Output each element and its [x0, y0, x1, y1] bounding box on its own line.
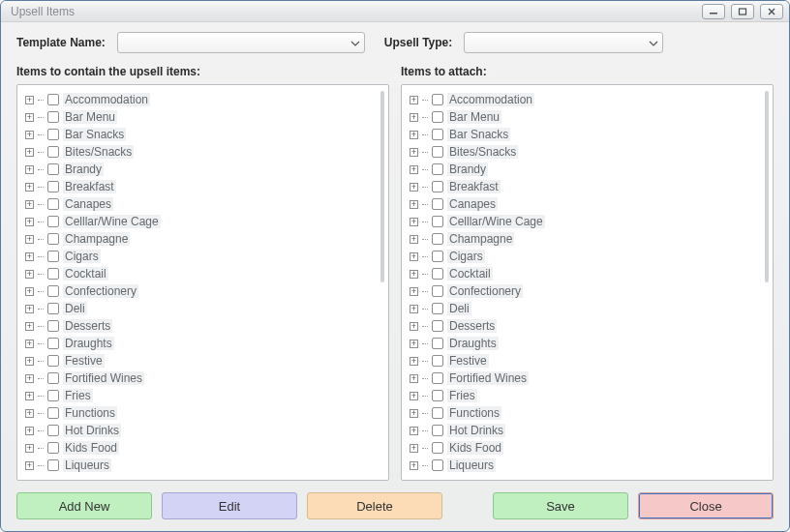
checkbox[interactable] [432, 216, 443, 227]
checkbox[interactable] [47, 320, 59, 332]
checkbox[interactable] [47, 233, 59, 245]
checkbox[interactable] [432, 233, 443, 245]
tree-node[interactable]: +Kids Food [23, 439, 384, 457]
expand-icon[interactable]: + [25, 374, 34, 383]
expand-icon[interactable]: + [25, 392, 34, 400]
tree-node[interactable]: +Bar Menu [23, 108, 384, 126]
checkbox[interactable] [47, 459, 59, 471]
expand-icon[interactable]: + [410, 165, 418, 174]
checkbox[interactable] [47, 163, 59, 175]
tree-node[interactable]: +Desserts [408, 317, 769, 335]
expand-icon[interactable]: + [410, 252, 418, 261]
tree-node[interactable]: +Liqueurs [23, 457, 384, 474]
checkbox[interactable] [432, 372, 443, 384]
expand-icon[interactable]: + [25, 131, 34, 139]
expand-icon[interactable]: + [25, 113, 34, 122]
checkbox[interactable] [432, 338, 443, 349]
expand-icon[interactable]: + [25, 322, 34, 331]
add-new-button[interactable]: Add New [16, 492, 152, 519]
checkbox[interactable] [432, 129, 443, 140]
expand-icon[interactable]: + [410, 148, 418, 157]
checkbox[interactable] [47, 355, 59, 367]
tree-node[interactable]: +Fortified Wines [408, 369, 769, 387]
expand-icon[interactable]: + [25, 461, 34, 470]
tree-node[interactable]: +Brandy [408, 161, 769, 178]
checkbox[interactable] [47, 111, 59, 123]
tree-node[interactable]: +Functions [408, 404, 769, 422]
tree-node[interactable]: +Deli [23, 300, 384, 317]
tree-node[interactable]: +Liqueurs [408, 457, 769, 474]
tree-node[interactable]: +Bar Snacks [23, 126, 384, 143]
checkbox[interactable] [47, 94, 59, 105]
checkbox[interactable] [47, 407, 59, 419]
tree-node[interactable]: +Celllar/Wine Cage [408, 213, 769, 230]
checkbox[interactable] [432, 407, 443, 419]
tree-node[interactable]: +Fries [408, 387, 769, 404]
checkbox[interactable] [47, 372, 59, 384]
checkbox[interactable] [432, 146, 443, 158]
checkbox[interactable] [432, 390, 443, 401]
expand-icon[interactable]: + [410, 200, 418, 209]
tree-node[interactable]: +Canapes [23, 195, 384, 213]
template-name-combo[interactable] [117, 32, 365, 53]
right-tree[interactable]: +Accommodation+Bar Menu+Bar Snacks+Bites… [401, 84, 774, 481]
tree-node[interactable]: +Deli [408, 300, 769, 317]
left-tree[interactable]: +Accommodation+Bar Menu+Bar Snacks+Bites… [16, 84, 389, 481]
checkbox[interactable] [47, 181, 59, 192]
expand-icon[interactable]: + [410, 357, 418, 366]
tree-node[interactable]: +Bar Snacks [408, 126, 769, 143]
expand-icon[interactable]: + [410, 322, 418, 331]
expand-icon[interactable]: + [410, 218, 418, 226]
expand-icon[interactable]: + [25, 148, 34, 157]
checkbox[interactable] [432, 442, 443, 454]
scrollbar[interactable] [765, 91, 769, 282]
expand-icon[interactable]: + [410, 287, 418, 296]
expand-icon[interactable]: + [25, 165, 34, 174]
tree-node[interactable]: +Bar Menu [408, 108, 769, 126]
checkbox[interactable] [47, 129, 59, 140]
checkbox[interactable] [432, 285, 443, 297]
checkbox[interactable] [47, 338, 59, 349]
tree-node[interactable]: +Accommodation [23, 91, 384, 108]
tree-node[interactable]: +Champagne [408, 230, 769, 248]
edit-button[interactable]: Edit [162, 492, 297, 519]
expand-icon[interactable]: + [25, 252, 34, 261]
expand-icon[interactable]: + [25, 96, 34, 104]
save-button[interactable]: Save [493, 492, 628, 519]
expand-icon[interactable]: + [410, 270, 418, 279]
expand-icon[interactable]: + [25, 427, 34, 435]
expand-icon[interactable]: + [410, 183, 418, 192]
minimize-button[interactable] [702, 4, 725, 19]
expand-icon[interactable]: + [410, 392, 418, 400]
expand-icon[interactable]: + [25, 200, 34, 209]
expand-icon[interactable]: + [25, 444, 34, 453]
checkbox[interactable] [432, 320, 443, 332]
tree-node[interactable]: +Festive [408, 352, 769, 369]
expand-icon[interactable]: + [25, 287, 34, 296]
checkbox[interactable] [432, 198, 443, 210]
checkbox[interactable] [47, 425, 59, 436]
checkbox[interactable] [432, 163, 443, 175]
checkbox[interactable] [47, 390, 59, 401]
expand-icon[interactable]: + [410, 96, 418, 104]
tree-node[interactable]: +Fortified Wines [23, 369, 384, 387]
tree-node[interactable]: +Functions [23, 404, 384, 422]
tree-node[interactable]: +Bites/Snacks [408, 143, 769, 161]
tree-node[interactable]: +Cocktail [408, 265, 769, 282]
tree-node[interactable]: +Confectionery [408, 282, 769, 300]
expand-icon[interactable]: + [410, 305, 418, 313]
close-window-button[interactable] [760, 4, 783, 19]
tree-node[interactable]: +Desserts [23, 317, 384, 335]
checkbox[interactable] [432, 94, 443, 105]
checkbox[interactable] [47, 251, 59, 262]
expand-icon[interactable]: + [410, 340, 418, 348]
maximize-button[interactable] [731, 4, 754, 19]
tree-node[interactable]: +Hot Drinks [23, 422, 384, 439]
tree-node[interactable]: +Cigars [408, 248, 769, 265]
expand-icon[interactable]: + [410, 409, 418, 418]
tree-node[interactable]: +Cigars [23, 248, 384, 265]
tree-node[interactable]: +Cocktail [23, 265, 384, 282]
expand-icon[interactable]: + [25, 183, 34, 192]
tree-node[interactable]: +Brandy [23, 161, 384, 178]
expand-icon[interactable]: + [410, 461, 418, 470]
